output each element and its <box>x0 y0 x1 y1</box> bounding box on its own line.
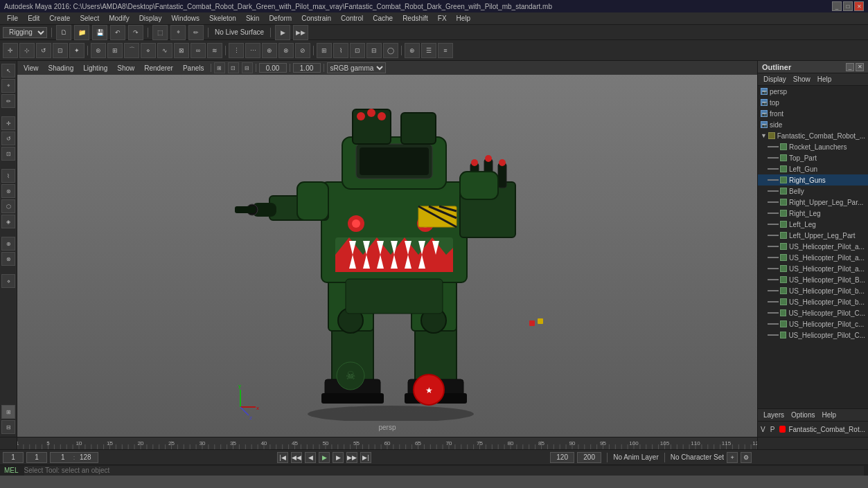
outliner-display-menu[interactable]: Display <box>761 75 789 84</box>
subdiv-btn[interactable]: ◈ <box>1 215 15 228</box>
minimize-button[interactable]: _ <box>832 1 842 11</box>
snap-grid[interactable]: ⊞ <box>317 43 332 58</box>
vp-zoom[interactable] <box>293 63 321 73</box>
menu-skin[interactable]: Skin <box>242 14 263 23</box>
outliner-item[interactable]: 📷persp <box>758 86 868 97</box>
transform-select[interactable]: ✛ <box>3 43 18 58</box>
menu-cache[interactable]: Cache <box>369 14 397 23</box>
vp-panels-menu[interactable]: Panels <box>179 64 208 73</box>
wave-btn[interactable]: ≋ <box>207 43 222 58</box>
select-mode-btn[interactable]: ⬚ <box>152 25 168 40</box>
outliner-item[interactable]: ▼Fantastic_Combat_Robot_... <box>758 130 868 141</box>
outliner-item[interactable]: Belly <box>758 186 868 197</box>
menu-file[interactable]: File <box>3 14 22 23</box>
outliner-item[interactable]: Rocket_Launchers <box>758 141 868 152</box>
current-frame-input[interactable] <box>26 452 47 463</box>
anim-btn[interactable]: ⊗ <box>1 252 15 266</box>
menu-fx[interactable]: FX <box>434 14 451 23</box>
skip-start-btn[interactable]: |◀ <box>277 452 288 463</box>
outliner-help-menu[interactable]: Help <box>815 75 835 84</box>
outliner-show-menu[interactable]: Show <box>790 75 813 84</box>
char-set-btn[interactable]: + <box>727 452 738 463</box>
key-settings-btn[interactable]: ⚙ <box>741 452 752 463</box>
attr-editor[interactable]: ⊕ <box>405 43 420 58</box>
menu-help[interactable]: Help <box>452 14 475 23</box>
range-start-input[interactable] <box>53 453 73 461</box>
layer-p[interactable]: P <box>770 426 775 433</box>
lasso-btn[interactable]: ⌖ <box>170 25 186 40</box>
rotate-btn[interactable]: ↺ <box>1 132 15 145</box>
menu-edit[interactable]: Edit <box>24 14 44 23</box>
next-key-btn[interactable]: ▶ <box>333 452 344 463</box>
fk-btn[interactable]: ⋯ <box>245 43 260 58</box>
outliner-item[interactable]: US_Helicopter_Pilot_a... <box>758 252 868 263</box>
sine-btn[interactable]: ∿ <box>157 43 172 58</box>
undo-btn[interactable]: ↶ <box>110 25 125 40</box>
menu-constrain[interactable]: Constrain <box>297 14 335 23</box>
snap-point[interactable]: ⊡ <box>350 43 365 58</box>
surface-btn[interactable]: ⊛ <box>1 184 15 198</box>
play-btn[interactable]: ▶ <box>319 452 330 463</box>
layer-v[interactable]: V <box>761 426 765 433</box>
lasso-btn2[interactable]: ⌖ <box>1 79 15 93</box>
orient-btn[interactable]: ⊕ <box>262 43 277 58</box>
redo-btn[interactable]: ↷ <box>128 25 143 40</box>
options-tab[interactable]: Options <box>788 410 817 419</box>
vp-icon2[interactable]: ⊡ <box>228 62 239 73</box>
vp-colorspace[interactable]: sRGB gamma <box>327 62 386 73</box>
open-btn[interactable]: 📁 <box>74 25 89 40</box>
snap-curve[interactable]: ⌇ <box>333 43 348 58</box>
prev-key-btn[interactable]: ◀ <box>305 452 316 463</box>
outliner-item[interactable]: US_Helicopter_Pilot_b... <box>758 285 868 296</box>
scale-tool[interactable]: ⊡ <box>53 43 68 58</box>
twist-btn[interactable]: ∞ <box>191 43 206 58</box>
outliner-minimize[interactable]: _ <box>846 63 854 71</box>
vp-camera-near[interactable] <box>259 63 287 73</box>
outliner-item[interactable]: Top_Part <box>758 152 868 163</box>
fps-input[interactable] <box>577 452 601 463</box>
wire-btn[interactable]: ⊘ <box>295 43 310 58</box>
timeline-track[interactable]: 1510152025303540455055606570758085909510… <box>17 437 757 449</box>
squash-btn[interactable]: ⊠ <box>174 43 189 58</box>
grid-btn[interactable]: ⊟ <box>1 420 15 434</box>
menu-select[interactable]: Select <box>76 14 103 23</box>
menu-modify[interactable]: Modify <box>105 14 133 23</box>
menu-deform[interactable]: Deform <box>265 14 296 23</box>
save-btn[interactable]: 💾 <box>92 25 107 40</box>
outliner-close[interactable]: ✕ <box>856 63 864 71</box>
vp-lighting-menu[interactable]: Lighting <box>80 64 111 73</box>
deform-btn2[interactable]: ⊕ <box>1 237 15 251</box>
menu-skeleton[interactable]: Skeleton <box>205 14 240 23</box>
vp-view-menu[interactable]: View <box>20 64 42 73</box>
select-btn[interactable]: ↖ <box>1 64 15 78</box>
layers-tab[interactable]: Layers <box>761 410 787 419</box>
render-seq-btn[interactable]: ▶▶ <box>293 25 308 40</box>
menu-display[interactable]: Display <box>135 14 166 23</box>
close-button[interactable]: ✕ <box>854 1 864 11</box>
outliner-content[interactable]: 📷persp📷top📷front📷side▼Fantastic_Combat_R… <box>758 86 868 408</box>
start-frame-input[interactable] <box>3 452 24 463</box>
outliner-item[interactable]: Left_Gun <box>758 163 868 174</box>
help-tab[interactable]: Help <box>819 410 839 419</box>
flare-btn[interactable]: ⋄ <box>141 43 156 58</box>
vp-shading-menu[interactable]: Shading <box>45 64 78 73</box>
outliner-item[interactable]: US_Helicopter_Pilot_a... <box>758 241 868 252</box>
paint-btn[interactable]: ✏ <box>188 25 204 40</box>
outliner-item[interactable]: Right_Leg <box>758 208 868 219</box>
vp-icon1[interactable]: ⊞ <box>214 62 225 73</box>
bend-btn[interactable]: ⌒ <box>124 43 139 58</box>
menu-create[interactable]: Create <box>45 14 74 23</box>
outliner-item[interactable]: 📷top <box>758 97 868 108</box>
maximize-button[interactable]: □ <box>843 1 853 11</box>
step-back-btn[interactable]: ◀◀ <box>291 452 302 463</box>
outliner-item[interactable]: US_Helicopter_Pilot_C... <box>758 329 868 341</box>
universal-manip[interactable]: ✦ <box>69 43 85 58</box>
new-scene-btn[interactable]: 🗋 <box>56 25 71 40</box>
curve-btn[interactable]: ⌇ <box>1 169 15 183</box>
soft-sel[interactable]: ⊛ <box>91 43 106 58</box>
camera-btn[interactable]: ⊞ <box>1 405 15 419</box>
layer-editor[interactable]: ≡ <box>438 43 453 58</box>
outliner-item[interactable]: US_Helicopter_Pilot_a... <box>758 263 868 274</box>
move-tool[interactable]: ⊹ <box>19 43 35 58</box>
render-btn2[interactable]: ⋄ <box>1 274 15 288</box>
